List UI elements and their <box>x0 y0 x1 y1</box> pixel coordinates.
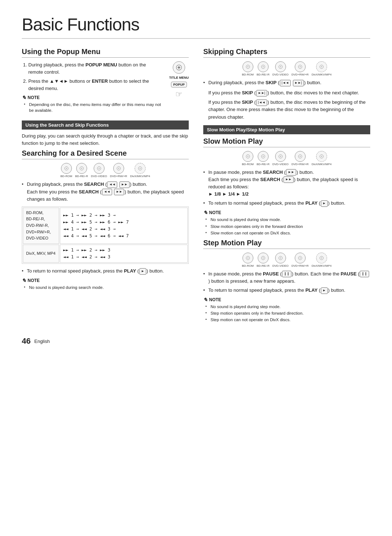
page-number: 46 <box>22 336 30 346</box>
svg-point-9 <box>81 168 82 169</box>
slow-note-list: No sound is played during slow mode. Slo… <box>203 217 370 236</box>
svg-point-43 <box>299 257 301 258</box>
popup-note-list: Depending on the disc, the menu items ma… <box>22 102 162 113</box>
slow-step-bar: Slow Motion Play/Step Motion Play <box>203 125 370 134</box>
table-row-1-speeds: ►► 1 → ►► 2 → ►► 3 → ►► 4 → ►► 5 → ►► 6 … <box>60 208 188 244</box>
slow-disc-dvd-rw: DVD+RW/+R <box>291 151 309 166</box>
popup-note: ✎ NOTE Depending on the disc, the menu i… <box>22 95 162 113</box>
svg-point-29 <box>262 156 264 157</box>
page-title: Basic Functions <box>22 15 370 39</box>
step-note-list: No sound is played during step mode. Ste… <box>203 304 370 323</box>
slow-disc-divx: DivX/MKV/MP4 <box>311 151 331 166</box>
skip-disc-divx: DivX/MKV/MP4 <box>311 61 331 76</box>
popup-menu-block: During playback, press the POPUP MENU bu… <box>22 61 189 116</box>
skip-bullet-1: During playback, press the SKIP (|◄◄ ►►|… <box>203 79 370 86</box>
page-lang: English <box>34 339 50 344</box>
step-bullet-1: In pause mode, press the PAUSE (❙❙) butt… <box>203 270 370 285</box>
search-skip-bar: Using the Search and Skip Functions <box>22 120 189 130</box>
disc-bd-re-r: BD-RE/-R <box>75 163 88 178</box>
step-disc-bd-rom: BD-ROM <box>242 253 253 267</box>
search-skip-para: During play, you can search quickly thro… <box>22 132 189 147</box>
skip-para-1: If you press the SKIP (►►|) button, the … <box>208 89 370 97</box>
svg-point-13 <box>118 168 119 169</box>
svg-point-19 <box>262 66 264 67</box>
disc-divx: DivX/MKV/MP4 <box>130 163 150 178</box>
slow-bullet-1: In pause mode, press the SEARCH (►►) but… <box>203 169 370 198</box>
skipping-bullets: During playback, press the SKIP (|◄◄ ►►|… <box>203 79 370 86</box>
svg-point-21 <box>280 66 281 67</box>
remote-circle-icon <box>173 61 185 74</box>
step-disc-icons: BD-ROM BD-RE/-R DVD-VIDEO DVD+RW/+R <box>203 253 370 267</box>
svg-point-11 <box>98 168 99 169</box>
popup-label: POPUP <box>171 82 187 87</box>
note-icon-3: ✎ <box>203 210 208 216</box>
searching-bullets: During playback, press the SEARCH (◄◄ ►►… <box>22 181 189 202</box>
slow-disc-icons: BD-ROM BD-RE/-R DVD-VIDEO DVD+RW/+R <box>203 151 370 166</box>
slow-disc-dvd: DVD-VIDEO <box>273 151 289 166</box>
table-row-2-label: DivX, MKV, MP4 <box>23 245 59 263</box>
searching-disc-icons: BD-ROM BD-RE/-R DVD-VIDEO DVD+RW/+R <box>22 163 189 178</box>
skip-disc-bd-rom: BD-ROM <box>242 61 253 76</box>
left-column: Using the Popup Menu During playback, pr… <box>22 48 189 326</box>
skip-para-2: If you press the SKIP (|◄◄) button, the … <box>208 99 370 120</box>
skip-disc-dvd-rw: DVD+RW/+R <box>291 61 309 76</box>
svg-point-25 <box>321 66 322 67</box>
popup-images: TITLE MENU POPUP ☞ <box>169 61 189 99</box>
slow-note: ✎ NOTE No sound is played during slow mo… <box>203 210 370 236</box>
popup-note-item-1: Depending on the disc, the menu items ma… <box>29 102 162 113</box>
slow-motion-heading: Slow Motion Play <box>203 137 370 147</box>
disc-bd-rom: BD-ROM <box>60 163 72 178</box>
search-speed-table: BD-ROM,BD-RE/-R,DVD-RW/-R,DVD+RW/+R,DVD-… <box>22 206 189 264</box>
slow-note-3: Slow motion can not operate on DivX disc… <box>211 230 370 236</box>
step-note-title: ✎ NOTE <box>203 297 370 303</box>
step-note-2: Step motion operates only in the forward… <box>211 310 370 316</box>
step-disc-bd-re: BD-RE/-R <box>257 253 270 267</box>
popup-step-2: Press the ▲▼◄► buttons or ENTER button t… <box>28 78 162 92</box>
slow-note-2: Slow motion operates only in the forward… <box>211 224 370 229</box>
step-note: ✎ NOTE No sound is played during step mo… <box>203 297 370 323</box>
skipping-heading: Skipping Chapters <box>203 48 370 58</box>
step-disc-dvd: DVD-VIDEO <box>273 253 289 267</box>
right-column: Skipping Chapters BD-ROM BD-RE/-R DVD-VI… <box>203 48 370 326</box>
table-row-1-label: BD-ROM,BD-RE/-R,DVD-RW/-R,DVD+RW/+R,DVD-… <box>23 208 59 244</box>
slow-disc-bd-rom: BD-ROM <box>242 151 253 166</box>
searching-heading: Searching for a Desired Scene <box>22 149 189 159</box>
table-row-2-speeds: ►► 1 → ►► 2 → ►► 3 ◄◄ 1 → ◄◄ 2 → ◄◄ 3 <box>60 245 188 263</box>
table-row-2: DivX, MKV, MP4 ►► 1 → ►► 2 → ►► 3 ◄◄ 1 →… <box>23 245 188 263</box>
slow-disc-bd-re: BD-RE/-R <box>257 151 270 166</box>
svg-point-45 <box>321 257 322 258</box>
slow-bullets: In pause mode, press the SEARCH (►►) but… <box>203 169 370 207</box>
searching-note-1: No sound is played during search mode. <box>29 285 189 290</box>
step-motion-heading: Step Motion Play <box>203 239 370 249</box>
note-icon-2: ✎ <box>22 278 26 283</box>
svg-point-35 <box>321 156 322 157</box>
step-bullet-2: To return to normal speed playback, pres… <box>203 287 370 294</box>
slow-note-title: ✎ NOTE <box>203 210 370 216</box>
searching-note: ✎ NOTE No sound is played during search … <box>22 278 189 290</box>
title-menu-label: TITLE MENU <box>169 76 189 79</box>
step-bullets: In pause mode, press the PAUSE (❙❙) butt… <box>203 270 370 294</box>
slow-note-1: No sound is played during slow mode. <box>211 217 370 222</box>
skip-disc-dvd: DVD-VIDEO <box>273 61 289 76</box>
svg-point-5 <box>178 67 180 68</box>
disc-dvd-rw: DVD+RW/+R <box>110 163 127 178</box>
disc-dvd-video: DVD-VIDEO <box>91 163 107 178</box>
searching-note-list: No sound is played during search mode. <box>22 285 189 290</box>
searching-bullet-1: During playback, press the SEARCH (◄◄ ►►… <box>22 181 189 202</box>
searching-return: To return to normal speed playback, pres… <box>22 267 189 275</box>
popup-step-1: During playback, press the POPUP MENU bu… <box>28 61 162 75</box>
svg-point-41 <box>280 257 281 258</box>
svg-point-23 <box>299 66 301 67</box>
note-icon: ✎ <box>22 95 26 101</box>
svg-point-27 <box>247 156 248 157</box>
step-note-1: No sound is played during step mode. <box>211 304 370 310</box>
slow-bullet-2: To return to normal speed playback, pres… <box>203 200 370 207</box>
skipping-disc-icons: BD-ROM BD-RE/-R DVD-VIDEO DVD+RW/+R <box>203 61 370 76</box>
svg-point-33 <box>299 156 301 157</box>
svg-point-7 <box>66 168 67 169</box>
svg-point-15 <box>140 168 141 169</box>
popup-note-title: ✎ NOTE <box>22 95 162 101</box>
searching-note-title: ✎ NOTE <box>22 278 189 283</box>
note-icon-4: ✎ <box>203 297 208 303</box>
searching-return-bullet: To return to normal speed playback, pres… <box>22 267 189 275</box>
